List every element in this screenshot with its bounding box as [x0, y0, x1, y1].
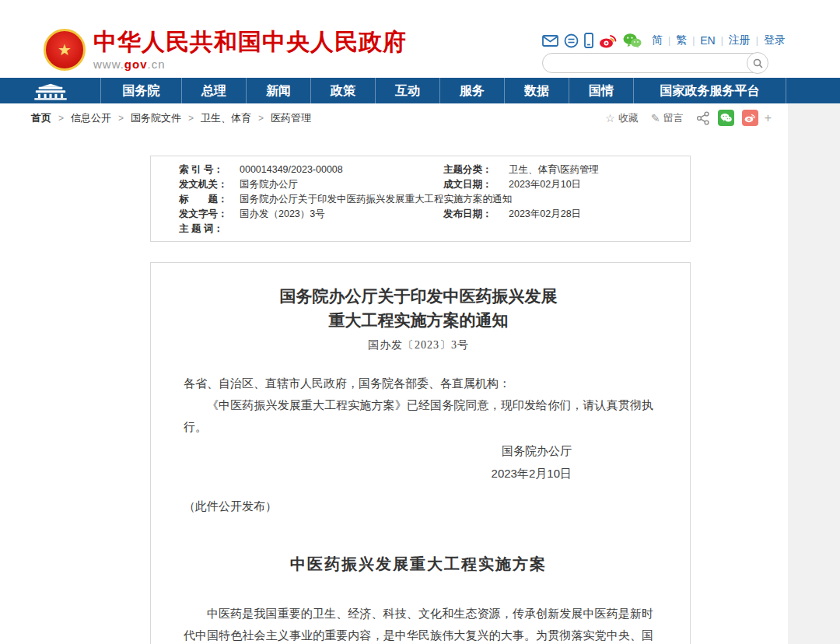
nav-item-services[interactable]: 服务 [440, 78, 505, 103]
weibo-icon[interactable] [599, 32, 618, 49]
header-icon-row: 简 | 繁 | EN | 注册 | 登录 [542, 31, 775, 50]
nav-item-interaction[interactable]: 互动 [376, 78, 440, 103]
main-nav: 国务院 总理 新闻 政策 互动 服务 数据 国情 国家政务服务平台 [0, 78, 840, 103]
national-emblem-logo[interactable]: ★ [44, 29, 86, 71]
meta-keywords-label: 主 题 词： [179, 222, 238, 236]
link-separator: | [756, 35, 758, 46]
register-link[interactable]: 注册 [729, 33, 751, 47]
nav-item-data[interactable]: 数据 [505, 78, 569, 103]
meta-date-written-label: 成文日期： [443, 177, 507, 192]
link-separator: | [668, 35, 670, 46]
wechat-share-button[interactable] [718, 110, 734, 126]
meta-topic-label: 主题分类： [443, 163, 507, 177]
lang-links: 简 | 繁 | EN | 注册 | 登录 [652, 33, 786, 47]
signature-agency: 国务院办公厅 [184, 439, 572, 462]
meta-doc-no-value: 国办发（2023）3号 [238, 207, 443, 222]
site-header: ★ 中华人民共和国中央人民政府 www.gov.cn [0, 0, 840, 78]
nav-home-gate-icon[interactable] [0, 78, 101, 103]
document-meta-grid: 索 引 号： 000014349/2023-00008 主题分类： 卫生、体育\… [179, 163, 674, 236]
comment-label: 留言 [663, 111, 684, 125]
meta-date-pub-value: 2023年02月28日 [507, 207, 674, 222]
document-title: 国务院办公厅关于印发中医药振兴发展 重大工程实施方案的通知 [184, 285, 653, 333]
favorite-label: 收藏 [618, 111, 639, 125]
breadcrumb-medicine-admin[interactable]: 医药管理 [271, 111, 311, 125]
search-input[interactable] [543, 54, 747, 72]
favorite-button[interactable]: ☆ 收藏 [605, 111, 639, 125]
site-title: 中华人民共和国中央人民政府 [93, 30, 407, 54]
page: ★ 中华人民共和国中央人民政府 www.gov.cn [0, 0, 840, 644]
wechat-icon[interactable] [623, 32, 642, 49]
site-url-gov: gov [124, 58, 148, 71]
masthead: 中华人民共和国中央人民政府 www.gov.cn [93, 30, 407, 71]
weibo-share-button[interactable] [742, 110, 758, 126]
breadcrumb-separator: > [258, 113, 264, 124]
pencil-icon: ✎ [651, 112, 660, 124]
lang-simplified-link[interactable]: 简 [652, 33, 663, 47]
meta-index-value: 000014349/2023-00008 [238, 163, 443, 177]
link-separator: | [692, 35, 695, 46]
plan-subtitle: 中医药振兴发展重大工程实施方案 [184, 553, 653, 575]
document-meta-box: 索 引 号： 000014349/2023-00008 主题分类： 卫生、体育\… [150, 156, 691, 242]
site-url-suffix: .cn [148, 58, 166, 71]
star-icon: ☆ [605, 112, 615, 124]
breadcrumb-row: 首页 > 信息公开 > 国务院文件 > 卫生、体育 > 医药管理 ☆ 收藏 ✎ … [0, 103, 840, 132]
meta-agency-value: 国务院办公厅 [238, 177, 443, 192]
breadcrumb-state-council-docs[interactable]: 国务院文件 [131, 111, 181, 125]
document-title-line1: 国务院办公厅关于印发中医药振兴发展 [280, 287, 558, 306]
nav-item-premier[interactable]: 总理 [182, 78, 247, 103]
document-body: 各省、自治区、直辖市人民政府，国务院各部委、各直属机构： 《中医药振兴发展重大工… [184, 373, 653, 644]
document-paragraph-2: 中医药是我国重要的卫生、经济、科技、文化和生态资源，传承创新发展中医药是新时代中… [184, 603, 653, 644]
search-icon[interactable] [747, 52, 768, 74]
comment-icon[interactable] [564, 32, 579, 49]
header-right: 简 | 繁 | EN | 注册 | 登录 [542, 31, 775, 50]
breadcrumb-separator: > [118, 113, 124, 124]
lang-english-link[interactable]: EN [700, 34, 715, 47]
nav-item-news[interactable]: 新闻 [247, 78, 311, 103]
link-separator: | [721, 35, 723, 46]
document-number: 国办发〔2023〕3号 [184, 338, 653, 352]
breadcrumb: 首页 > 信息公开 > 国务院文件 > 卫生、体育 > 医药管理 [31, 111, 311, 125]
mail-icon[interactable] [542, 32, 558, 49]
lang-traditional-link[interactable]: 繁 [676, 33, 687, 47]
document-salutation: 各省、自治区、直辖市人民政府，国务院各部委、各直属机构： [184, 373, 653, 394]
meta-title-label: 标 题： [179, 192, 238, 207]
site-url-prefix: www. [93, 58, 124, 71]
signature-date: 2023年2月10日 [184, 462, 572, 485]
meta-title-value: 国务院办公厅关于印发中医药振兴发展重大工程实施方案的通知 [238, 192, 674, 207]
public-release-note: （此件公开发布） [184, 495, 653, 517]
meta-agency-label: 发文机关： [179, 177, 238, 192]
nav-filler [786, 78, 840, 103]
breadcrumb-home[interactable]: 首页 [31, 111, 51, 125]
share-icon[interactable] [696, 111, 710, 125]
signature-block: 国务院办公厅 2023年2月10日 [184, 439, 653, 485]
nav-item-gov-service-platform[interactable]: 国家政务服务平台 [634, 78, 786, 103]
nav-item-national-conditions[interactable]: 国情 [569, 78, 634, 103]
page-actions: ☆ 收藏 ✎ 留言 + [593, 103, 772, 132]
site-url: www.gov.cn [93, 58, 407, 71]
search-box[interactable] [542, 53, 768, 73]
breadcrumb-info-disclosure[interactable]: 信息公开 [71, 111, 111, 125]
document-box: 国务院办公厅关于印发中医药振兴发展 重大工程实施方案的通知 国办发〔2023〕3… [150, 262, 691, 644]
emblem-star-icon: ★ [58, 42, 72, 58]
meta-keywords-value [238, 222, 674, 236]
page-background-strip [788, 104, 840, 644]
breadcrumb-separator: > [188, 113, 194, 124]
meta-date-pub-label: 发布日期： [443, 207, 507, 222]
mobile-icon[interactable] [584, 32, 593, 49]
login-link[interactable]: 登录 [764, 33, 786, 47]
breadcrumb-separator: > [58, 113, 64, 124]
document-title-line2: 重大工程实施方案的通知 [329, 311, 509, 330]
document-paragraph-1: 《中医药振兴发展重大工程实施方案》已经国务院同意，现印发给你们，请认真贯彻执行。 [184, 394, 653, 438]
nav-item-state-council[interactable]: 国务院 [101, 78, 182, 103]
more-share-button[interactable]: + [765, 111, 772, 125]
comment-button[interactable]: ✎ 留言 [651, 111, 684, 125]
meta-index-label: 索 引 号： [179, 163, 238, 177]
meta-date-written-value: 2023年02月10日 [507, 177, 674, 192]
nav-item-policy[interactable]: 政策 [311, 78, 376, 103]
meta-topic-value: 卫生、体育\医药管理 [507, 163, 674, 177]
breadcrumb-health-sports[interactable]: 卫生、体育 [201, 111, 251, 125]
meta-doc-no-label: 发文字号： [179, 207, 238, 222]
